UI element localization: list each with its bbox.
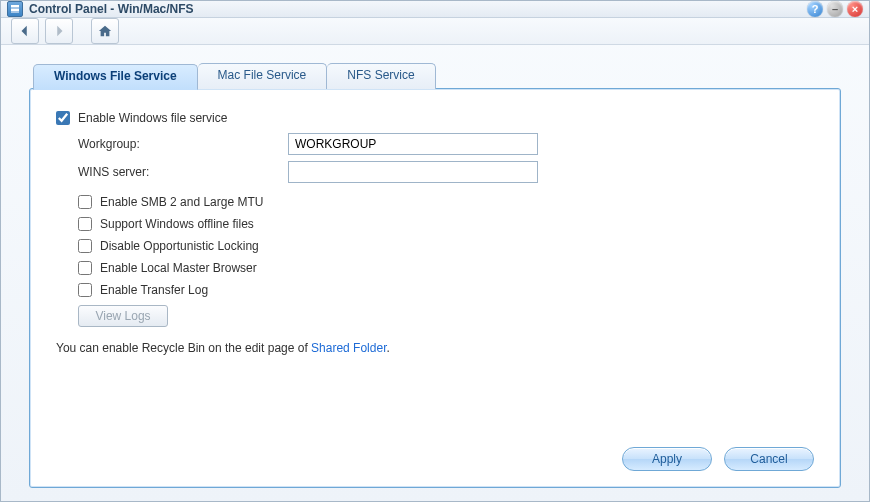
window-title: Control Panel - Win/Mac/NFS (29, 2, 807, 16)
tab-nfs-service[interactable]: NFS Service (327, 63, 435, 89)
window-controls: ? – × (807, 1, 863, 17)
tab-panel: Enable Windows file service Workgroup: W… (29, 88, 841, 488)
tab-windows-file-service[interactable]: Windows File Service (33, 64, 198, 90)
option-oplock-row: Disable Opportunistic Locking (78, 239, 814, 253)
option-transfer-log-checkbox[interactable] (78, 283, 92, 297)
option-offline-row: Support Windows offline files (78, 217, 814, 231)
wins-input[interactable] (288, 161, 538, 183)
hint-suffix: . (386, 341, 389, 355)
panel-footer: Apply Cancel (56, 439, 814, 471)
apply-button[interactable]: Apply (622, 447, 712, 471)
forward-button[interactable] (45, 18, 73, 44)
option-smb2-row: Enable SMB 2 and Large MTU (78, 195, 814, 209)
hint-prefix: You can enable Recycle Bin on the edit p… (56, 341, 311, 355)
enable-service-row: Enable Windows file service (56, 111, 814, 125)
option-offline-label: Support Windows offline files (100, 217, 254, 231)
option-oplock-label: Disable Opportunistic Locking (100, 239, 259, 253)
option-smb2-checkbox[interactable] (78, 195, 92, 209)
minimize-button[interactable]: – (827, 1, 843, 17)
home-icon (98, 24, 112, 38)
option-smb2-label: Enable SMB 2 and Large MTU (100, 195, 263, 209)
content-area: Windows File Service Mac File Service NF… (1, 45, 869, 502)
option-oplock-checkbox[interactable] (78, 239, 92, 253)
shared-folder-link[interactable]: Shared Folder (311, 341, 386, 355)
view-logs-button[interactable]: View Logs (78, 305, 168, 327)
enable-service-checkbox[interactable] (56, 111, 70, 125)
cancel-button[interactable]: Cancel (724, 447, 814, 471)
form-area: Enable Windows file service Workgroup: W… (56, 111, 814, 439)
help-button[interactable]: ? (807, 1, 823, 17)
tabstrip: Windows File Service Mac File Service NF… (33, 63, 841, 89)
arrow-left-icon (18, 24, 32, 38)
workgroup-row: Workgroup: (78, 133, 814, 155)
nav-toolbar (1, 18, 869, 45)
close-button[interactable]: × (847, 1, 863, 17)
option-master-browser-checkbox[interactable] (78, 261, 92, 275)
window-frame: Control Panel - Win/Mac/NFS ? – × Window… (0, 0, 870, 502)
app-icon (7, 1, 23, 17)
back-button[interactable] (11, 18, 39, 44)
enable-service-label: Enable Windows file service (78, 111, 227, 125)
workgroup-label: Workgroup: (78, 137, 288, 151)
option-transfer-log-label: Enable Transfer Log (100, 283, 208, 297)
workgroup-input[interactable] (288, 133, 538, 155)
tab-mac-file-service[interactable]: Mac File Service (198, 63, 328, 89)
wins-label: WINS server: (78, 165, 288, 179)
option-master-browser-label: Enable Local Master Browser (100, 261, 257, 275)
wins-row: WINS server: (78, 161, 814, 183)
option-transfer-log-row: Enable Transfer Log (78, 283, 814, 297)
titlebar: Control Panel - Win/Mac/NFS ? – × (1, 1, 869, 18)
recycle-bin-hint: You can enable Recycle Bin on the edit p… (56, 341, 814, 355)
arrow-right-icon (52, 24, 66, 38)
option-master-browser-row: Enable Local Master Browser (78, 261, 814, 275)
option-offline-checkbox[interactable] (78, 217, 92, 231)
home-button[interactable] (91, 18, 119, 44)
view-logs-row: View Logs (78, 305, 814, 327)
